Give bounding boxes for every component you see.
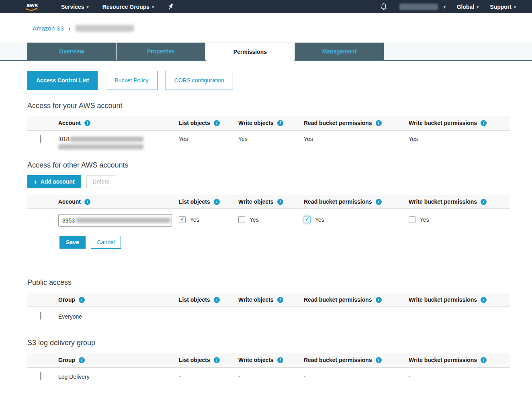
table-header: Accounti List objectsi Write objectsi Re… — [27, 116, 510, 131]
owner-row-radio[interactable] — [40, 135, 41, 143]
access-control-list-button[interactable]: Access Control List — [27, 71, 98, 90]
read-bucket-permissions-checkbox[interactable]: ✓ — [304, 216, 311, 223]
info-icon[interactable]: i — [214, 297, 220, 303]
group-name: Log Delivery — [58, 373, 179, 380]
pushpin-icon[interactable] — [168, 3, 174, 10]
nav-services-label: Services — [61, 4, 84, 10]
info-icon[interactable]: i — [214, 199, 220, 205]
owner-list-objects-value: Yes — [179, 136, 238, 142]
info-icon[interactable]: i — [79, 297, 85, 303]
list-objects-checkbox[interactable]: ✓ — [179, 216, 186, 223]
bell-icon[interactable] — [380, 3, 387, 10]
info-icon[interactable]: i — [481, 120, 487, 126]
nav-support[interactable]: Support ▾ — [490, 4, 516, 10]
save-button[interactable]: Save — [59, 236, 86, 249]
read-bucket-value: - — [304, 373, 409, 379]
owner-read-bucket-value: Yes — [304, 136, 409, 142]
tab-permissions[interactable]: Permissions — [206, 43, 295, 61]
nav-account-menu[interactable]: ▾ — [399, 4, 446, 10]
info-icon[interactable]: i — [214, 120, 220, 126]
column-group-label: Group — [58, 296, 75, 303]
permissions-subnav: Access Control List Bucket Policy CORS c… — [27, 71, 510, 90]
redacted-owner-account-id — [58, 144, 143, 149]
redacted-bucket-name — [76, 25, 134, 32]
account-id-input[interactable]: 3953 — [58, 214, 172, 227]
table-header: Groupi List objectsi Write objectsi Read… — [27, 293, 510, 307]
everyone-row-radio[interactable] — [40, 312, 41, 320]
info-icon[interactable]: i — [481, 297, 487, 303]
nav-services[interactable]: Services ▾ — [61, 4, 89, 10]
cancel-button[interactable]: Cancel — [91, 236, 121, 249]
column-read-bucket-label: Read bucket permissions — [304, 198, 372, 205]
breadcrumb-amazon-s3-link[interactable]: Amazon S3 — [33, 25, 64, 32]
info-icon[interactable]: i — [84, 199, 90, 205]
owner-write-objects-value: Yes — [238, 136, 304, 142]
tab-properties[interactable]: Properties — [117, 43, 205, 60]
column-write-bucket-label: Write bucket permissions — [409, 357, 477, 363]
owner-write-bucket-value: Yes — [409, 136, 510, 142]
info-icon[interactable]: i — [376, 357, 382, 363]
plus-icon: + — [34, 178, 37, 185]
tab-management[interactable]: Management — [295, 43, 384, 60]
add-account-label: Add account — [41, 178, 75, 185]
list-objects-value: - — [179, 373, 238, 379]
check-icon: ✓ — [180, 216, 184, 222]
tab-overview[interactable]: Overview — [27, 43, 116, 60]
public-access-heading: Public access — [27, 278, 510, 287]
add-account-button[interactable]: + Add account — [27, 175, 81, 188]
column-write-objects-label: Write objects — [238, 296, 274, 303]
column-group-label: Group — [58, 357, 75, 363]
write-bucket-value: - — [409, 313, 510, 319]
bucket-tabstrip: Overview Properties Permissions Manageme… — [0, 43, 532, 61]
column-list-objects-label: List objects — [179, 120, 210, 126]
info-icon[interactable]: i — [84, 120, 90, 126]
table-row: f018 Yes Yes Yes Yes — [27, 131, 510, 149]
cors-configuration-button[interactable]: CORS configuration — [166, 71, 233, 90]
log-delivery-heading: S3 log delivery group — [27, 339, 510, 347]
info-icon[interactable]: i — [481, 199, 487, 205]
other-accounts-heading: Access for other AWS accounts — [27, 161, 510, 170]
bucket-policy-button[interactable]: Bucket Policy — [106, 71, 157, 90]
info-icon[interactable]: i — [376, 297, 382, 303]
nav-resource-groups-label: Resource Groups — [102, 4, 149, 10]
delete-button[interactable]: Delete — [86, 175, 116, 188]
account-id-value: 3953 — [62, 217, 75, 224]
column-read-bucket-label: Read bucket permissions — [304, 296, 372, 303]
public-access-table: Groupi List objectsi Write objectsi Read… — [27, 293, 510, 320]
column-write-objects-label: Write objects — [238, 198, 274, 205]
info-icon[interactable]: i — [277, 357, 283, 363]
check-icon: ✓ — [305, 216, 309, 222]
own-account-table: Accounti List objectsi Write objectsi Re… — [27, 116, 510, 149]
nav-resource-groups[interactable]: Resource Groups ▾ — [102, 4, 154, 10]
aws-logo-icon[interactable]: aws — [23, 1, 40, 12]
info-icon[interactable]: i — [277, 120, 283, 126]
top-nav: aws Services ▾ Resource Groups ▾ — [0, 0, 532, 13]
info-icon[interactable]: i — [277, 199, 283, 205]
nav-global-label: Global — [457, 4, 475, 10]
table-row: 3953 ✓ Yes Yes ✓ Yes Y — [27, 209, 510, 227]
breadcrumb: Amazon S3 › — [33, 25, 134, 32]
other-accounts-table: Accounti List objectsi Write objectsi Re… — [27, 195, 510, 227]
info-icon[interactable]: i — [376, 199, 382, 205]
chevron-down-icon: ▾ — [477, 5, 479, 9]
info-icon[interactable]: i — [277, 297, 283, 303]
table-header: Groupi List objectsi Write objectsi Read… — [27, 353, 510, 368]
nav-region-global[interactable]: Global ▾ — [457, 4, 479, 10]
redacted-account-name — [399, 4, 438, 10]
save-cancel-row: Save Cancel — [59, 236, 510, 249]
write-objects-checkbox[interactable] — [238, 216, 245, 223]
info-icon[interactable]: i — [214, 357, 220, 363]
info-icon[interactable]: i — [376, 120, 382, 126]
checkbox-label: Yes — [190, 217, 199, 223]
write-bucket-permissions-checkbox[interactable] — [409, 216, 415, 223]
write-bucket-value: - — [409, 373, 510, 379]
table-row: Log Delivery - - - - — [27, 368, 510, 380]
log-delivery-row-radio[interactable] — [40, 372, 41, 380]
info-icon[interactable]: i — [79, 357, 85, 363]
column-write-bucket-label: Write bucket permissions — [409, 198, 477, 205]
info-icon[interactable]: i — [481, 357, 487, 363]
checkbox-label: Yes — [250, 217, 259, 223]
s3-permissions-page: aws Services ▾ Resource Groups ▾ — [0, 0, 532, 419]
svg-text:aws: aws — [27, 2, 38, 8]
column-write-objects-label: Write objects — [238, 120, 274, 126]
